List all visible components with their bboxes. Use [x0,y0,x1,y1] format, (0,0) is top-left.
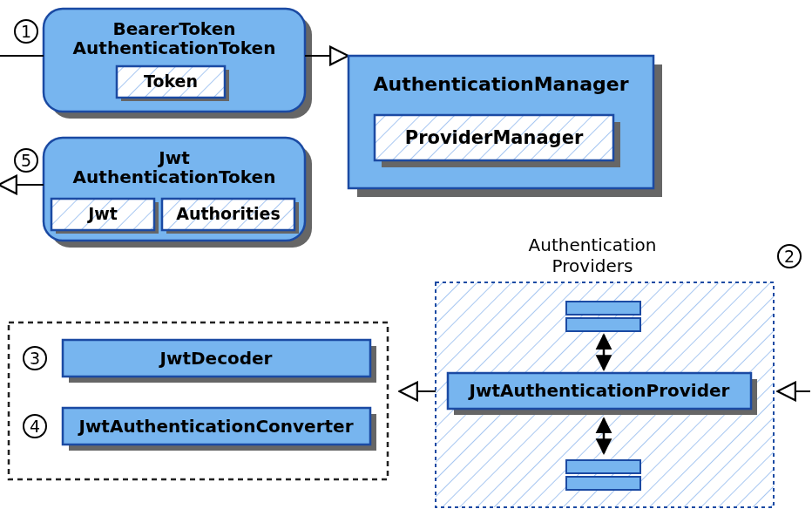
jwt-title-line1: Jwt [157,147,190,168]
bearer-token-box: BearerToken AuthenticationToken Token [44,9,312,119]
svg-rect-24 [566,302,640,315]
provider-manager-label: ProviderManager [405,127,584,148]
svg-rect-28 [566,460,640,473]
jwt-decoder-label: JwtDecoder [159,348,273,369]
jwt-converter-box: JwtAuthenticationConverter [63,408,376,451]
jwt-auth-provider-label: JwtAuthenticationProvider [468,380,730,401]
jwt-inner-right: Authorities [176,204,281,223]
svg-rect-29 [566,477,640,490]
jwt-converter-label: JwtAuthenticationConverter [77,416,353,437]
jwt-title-line2: AuthenticationToken [73,166,276,187]
svg-text:2: 2 [784,247,795,266]
providers-title-2: Providers [552,255,633,276]
step-marker-4: 4 [24,415,46,438]
bearer-inner-label: Token [144,71,198,91]
svg-rect-25 [566,318,640,331]
svg-text:3: 3 [30,349,40,368]
step-marker-2: 2 [778,245,801,268]
providers-title-1: Authentication [529,234,657,255]
bearer-title-line1: BearerToken [113,18,236,39]
svg-text:5: 5 [21,151,31,170]
svg-text:4: 4 [30,417,40,436]
step-marker-3: 3 [24,347,46,370]
auth-manager-box: AuthenticationManager ProviderManager [348,56,662,197]
jwt-decoder-box: JwtDecoder [63,340,376,383]
bearer-title-line2: AuthenticationToken [73,37,276,58]
step-marker-5: 5 [15,149,37,172]
svg-text:1: 1 [21,22,31,41]
step-marker-1: 1 [15,20,37,43]
jwt-token-box: Jwt AuthenticationToken Jwt Authorities [44,138,312,248]
jwt-inner-left: Jwt [86,204,118,223]
auth-manager-title: AuthenticationManager [374,73,629,95]
providers-panel: JwtAuthenticationProvider [436,282,774,507]
diagram-root: BearerToken AuthenticationToken Token 1 … [0,0,812,509]
